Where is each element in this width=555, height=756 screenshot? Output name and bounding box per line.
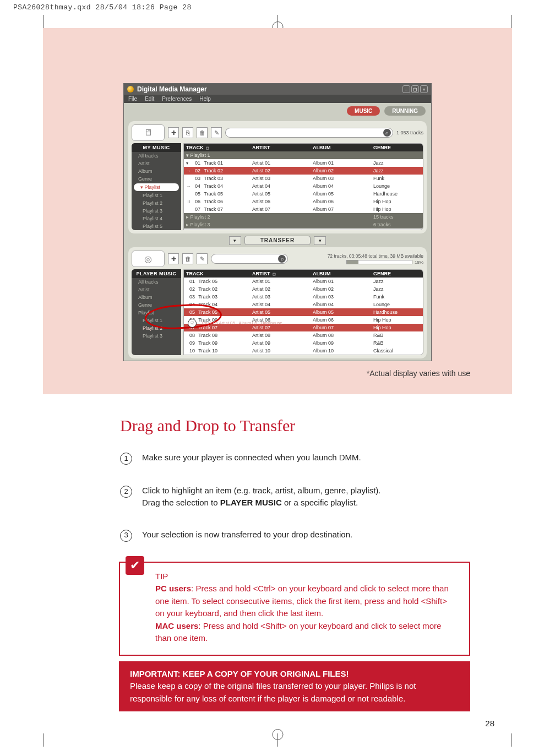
step-number: 2: [120, 486, 132, 498]
sidebar-playlist-5[interactable]: Playlist 5: [132, 222, 181, 230]
col-genre[interactable]: GENRE: [371, 144, 423, 151]
new-playlist-icon[interactable]: ✚: [168, 127, 179, 138]
important-box: IMPORTANT: KEEP A COPY OF YOUR ORIGINAL …: [119, 661, 470, 712]
menu-help[interactable]: Help: [199, 96, 211, 102]
step-text: Click to highlight an item (e.g. track, …: [142, 485, 381, 509]
step-number: 3: [120, 530, 132, 542]
table-row[interactable]: →04 Track 04Artist 04Album 04Lounge: [184, 182, 423, 190]
sidebar-genre[interactable]: Genre: [132, 175, 181, 183]
player-device-icon: ◎: [132, 251, 165, 267]
table-row[interactable]: 02 Track 02Artist 02Album 02Jazz: [184, 285, 423, 293]
maximize-icon[interactable]: ▢: [411, 85, 419, 93]
col-album[interactable]: ALBUM: [311, 144, 371, 151]
crop-marks-bottom: [0, 733, 555, 747]
transfer-down-icon[interactable]: ▾: [229, 236, 241, 245]
delete-icon[interactable]: 🗑: [197, 127, 208, 138]
step-text: Make sure your player is connected when …: [142, 452, 361, 465]
page-number: 28: [485, 719, 494, 728]
mode-running[interactable]: RUNNING: [384, 106, 426, 116]
col-genre[interactable]: GENRE: [371, 270, 423, 278]
app-logo-icon: [127, 86, 134, 93]
table-row[interactable]: 06 Track 09Artist 06Album 06Hip Hop: [184, 316, 423, 324]
add-track-icon[interactable]: ⎘: [182, 127, 193, 138]
step-1: 1 Make sure your player is connected whe…: [120, 452, 494, 465]
minimize-icon[interactable]: –: [402, 85, 410, 93]
transfer-down-icon[interactable]: ▾: [314, 236, 326, 245]
table-row[interactable]: ⏸06 Track 06Artist 06Album 06Hip Hop: [184, 198, 423, 205]
storage-percent: 18%: [415, 260, 423, 265]
step-3: 3 Your selection is now transferred to y…: [120, 529, 494, 542]
table-row[interactable]: 03 Track 03Artist 03Album 03Funk: [184, 175, 423, 182]
search-input[interactable]: ⌕: [211, 254, 288, 264]
sidebar-playlist[interactable]: Playlist: [132, 309, 181, 317]
sidebar-all-tracks[interactable]: All tracks: [132, 152, 181, 160]
sidebar-artist[interactable]: Artist: [132, 286, 181, 293]
sidebar-playlist[interactable]: ▾ Playlist: [134, 183, 179, 191]
table-row[interactable]: 07 Track 07Artist 07Album 07Hip Hop: [184, 324, 423, 331]
playlist-row[interactable]: ▸ Playlist 3 6 tracks: [184, 221, 423, 229]
tip-mac-bold: MAC users: [155, 621, 198, 630]
sidebar-header: MY MUSIC: [132, 143, 181, 152]
new-playlist-icon[interactable]: ✚: [168, 253, 179, 264]
search-icon: ⌕: [278, 255, 286, 263]
table-row[interactable]: 01 Track 05Artist 01Album 01Jazz: [184, 278, 423, 285]
delete-icon[interactable]: 🗑: [182, 253, 193, 264]
sidebar-playlist-2[interactable]: Playlist 2: [132, 324, 181, 332]
sidebar-header: PLAYER MUSIC: [132, 269, 181, 278]
table-row[interactable]: 04 Track 04Artist 04Album 04Lounge: [184, 301, 423, 308]
table-row[interactable]: 03 Track 03Artist 03Album 03Funk: [184, 293, 423, 301]
tip-check-icon: ✔: [126, 556, 144, 575]
step-2: 2 Click to highlight an item (e.g. track…: [120, 485, 494, 509]
search-input[interactable]: ⌕: [225, 128, 393, 138]
table-row[interactable]: 05 Track 05Artist 05Album 05Hardhouse: [184, 308, 423, 316]
sidebar-playlist-2[interactable]: Playlist 2: [132, 199, 181, 207]
col-track[interactable]: TRACK: [184, 270, 250, 278]
crop-marks-top: [0, 15, 555, 28]
col-album[interactable]: ALBUM: [311, 270, 371, 278]
mode-music[interactable]: MUSIC: [347, 106, 380, 116]
menubar: File Edit Preferences Help: [124, 95, 431, 103]
edit-icon[interactable]: ✎: [211, 127, 222, 138]
table-row[interactable]: →02 Track 02Artist 02Album 02Jazz: [184, 167, 423, 175]
menu-preferences[interactable]: Preferences: [162, 96, 192, 102]
edit-icon[interactable]: ✎: [197, 253, 208, 264]
transfer-button[interactable]: TRANSFER: [244, 236, 311, 245]
sidebar-playlist-3[interactable]: Playlist 3: [132, 332, 181, 340]
titlebar: Digital Media Manager – ▢ ×: [124, 84, 431, 95]
mode-row: MUSIC RUNNING: [124, 103, 431, 119]
page-frame: Digital Media Manager – ▢ × File Edit Pr…: [43, 28, 512, 733]
menu-file[interactable]: File: [128, 96, 137, 102]
sidebar-playlist-3[interactable]: Playlist 3: [132, 207, 181, 215]
footnote: *Actual display varies with use: [64, 369, 470, 378]
playlist-row[interactable]: ▸ Playlist 2 15 tracks: [184, 213, 423, 221]
page-heading: Drag and Drop to Transfer: [120, 416, 512, 435]
col-artist[interactable]: ARTIST◻: [250, 270, 311, 278]
col-track[interactable]: TRACK◻: [184, 144, 250, 151]
col-artist[interactable]: ARTIST: [250, 144, 311, 151]
sidebar-artist[interactable]: Artist: [132, 160, 181, 167]
tip-pc-text: : Press and hold <Ctrl> on your keyboard…: [155, 584, 449, 618]
sidebar-all-tracks[interactable]: All tracks: [132, 278, 181, 286]
step-text: Your selection is now transferred to you…: [142, 529, 352, 542]
playlist-row[interactable]: ▾ Playlist 1: [184, 151, 423, 159]
tip-body: TIP PC users: Press and hold <Ctrl> on y…: [155, 570, 458, 645]
tip-box: ✔ TIP PC users: Press and hold <Ctrl> on…: [119, 562, 470, 656]
table-row[interactable]: 05 Track 05Artist 05Album 05Hardhouse: [184, 190, 423, 198]
table-row[interactable]: ▾01 Track 01Artist 01Album 01Jazz: [184, 159, 423, 167]
menu-edit[interactable]: Edit: [145, 96, 154, 102]
sidebar-playlist-1[interactable]: Playlist 1: [132, 317, 181, 324]
grid-header: TRACK ARTIST◻ ALBUM GENRE: [184, 270, 423, 278]
sidebar-genre[interactable]: Genre: [132, 301, 181, 309]
close-icon[interactable]: ×: [420, 85, 428, 93]
sidebar-album[interactable]: Album: [132, 293, 181, 301]
pc-device-icon: 🖥: [132, 124, 165, 141]
app-window: Digital Media Manager – ▢ × File Edit Pr…: [123, 83, 432, 361]
table-row[interactable]: 10 Track 10Artist 10Album 10Classical: [184, 347, 423, 355]
sidebar-playlist-4[interactable]: Playlist 4: [132, 215, 181, 222]
table-row[interactable]: 08 Track 08Artist 08Album 08R&B: [184, 331, 423, 339]
table-row[interactable]: 09 Track 09Artist 09Album 09R&B: [184, 339, 423, 347]
important-heading: IMPORTANT: KEEP A COPY OF YOUR ORIGINAL …: [130, 669, 349, 678]
sidebar-album[interactable]: Album: [132, 167, 181, 175]
table-row[interactable]: 07 Track 07Artist 07Album 07Hip Hop: [184, 205, 423, 213]
sidebar-playlist-1[interactable]: Playlist 1: [132, 192, 181, 199]
